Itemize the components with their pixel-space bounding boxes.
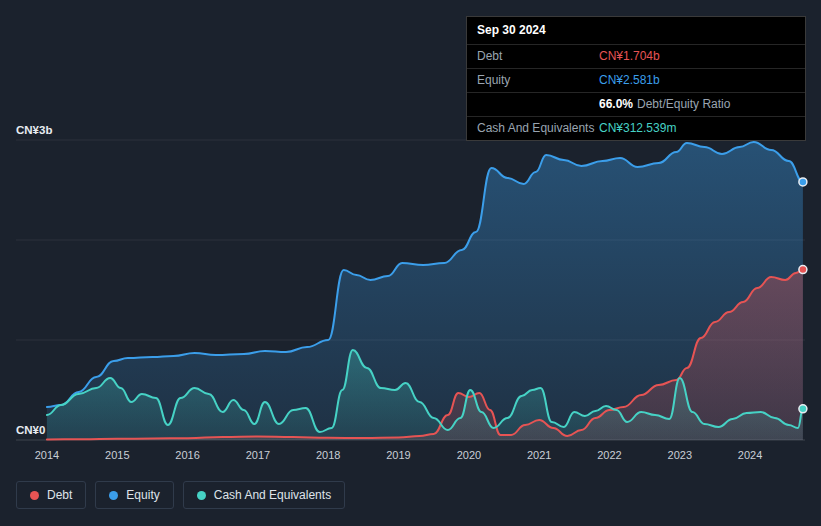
x-tick-label-2018: 2018 (316, 449, 340, 461)
tooltip-ratio: 66.0%Debt/Equity Ratio (599, 97, 795, 112)
tooltip-equity-label: Equity (477, 73, 599, 88)
y-axis-label-3b: CN¥3b (16, 124, 52, 136)
x-tick-label-2015: 2015 (105, 449, 129, 461)
equity-legend-dot (109, 491, 118, 500)
legend-item-debt[interactable]: Debt (16, 481, 86, 509)
tooltip-equity-row: Equity CN¥2.581b (467, 68, 805, 92)
tooltip-debt-row: Debt CN¥1.704b (467, 44, 805, 68)
tooltip-date: Sep 30 2024 (467, 17, 805, 44)
chart-legend: DebtEquityCash And Equivalents (16, 481, 345, 509)
tooltip-ratio-value: 66.0% (599, 97, 633, 111)
tooltip-cash-row: Cash And Equivalents CN¥312.539m (467, 116, 805, 140)
tooltip-ratio-row: 66.0%Debt/Equity Ratio (467, 92, 805, 116)
legend-item-label: Cash And Equivalents (214, 488, 331, 502)
tooltip-equity-value: CN¥2.581b (599, 73, 795, 88)
y-axis-label-0b: CN¥0 (16, 424, 45, 436)
debt-end-marker (799, 266, 807, 274)
x-tick-label-2016: 2016 (175, 449, 199, 461)
debt-equity-history-chart: CN¥3bCN¥02014201520162017201820192020202… (0, 0, 821, 526)
x-tick-label-2023: 2023 (668, 449, 692, 461)
legend-item-equity[interactable]: Equity (95, 481, 173, 509)
tooltip-ratio-label: Debt/Equity Ratio (637, 97, 730, 111)
x-tick-label-2014: 2014 (35, 449, 59, 461)
debt-legend-dot (30, 491, 39, 500)
legend-item-cash-and-equivalents[interactable]: Cash And Equivalents (183, 481, 345, 509)
equity-end-marker (799, 178, 807, 186)
cash-and-equivalents-legend-dot (197, 491, 206, 500)
x-tick-label-2024: 2024 (738, 449, 762, 461)
tooltip-debt-value: CN¥1.704b (599, 49, 795, 64)
tooltip-debt-label: Debt (477, 49, 599, 64)
x-tick-label-2019: 2019 (386, 449, 410, 461)
x-tick-label-2017: 2017 (246, 449, 270, 461)
chart-tooltip: Sep 30 2024 Debt CN¥1.704b Equity CN¥2.5… (466, 16, 806, 141)
legend-item-label: Debt (47, 488, 72, 502)
legend-item-label: Equity (126, 488, 159, 502)
x-tick-label-2021: 2021 (527, 449, 551, 461)
x-tick-label-2020: 2020 (457, 449, 481, 461)
tooltip-cash-value: CN¥312.539m (599, 121, 795, 136)
x-tick-label-2022: 2022 (597, 449, 621, 461)
cash-and-equivalents-end-marker (799, 405, 807, 413)
tooltip-cash-label: Cash And Equivalents (477, 121, 599, 136)
